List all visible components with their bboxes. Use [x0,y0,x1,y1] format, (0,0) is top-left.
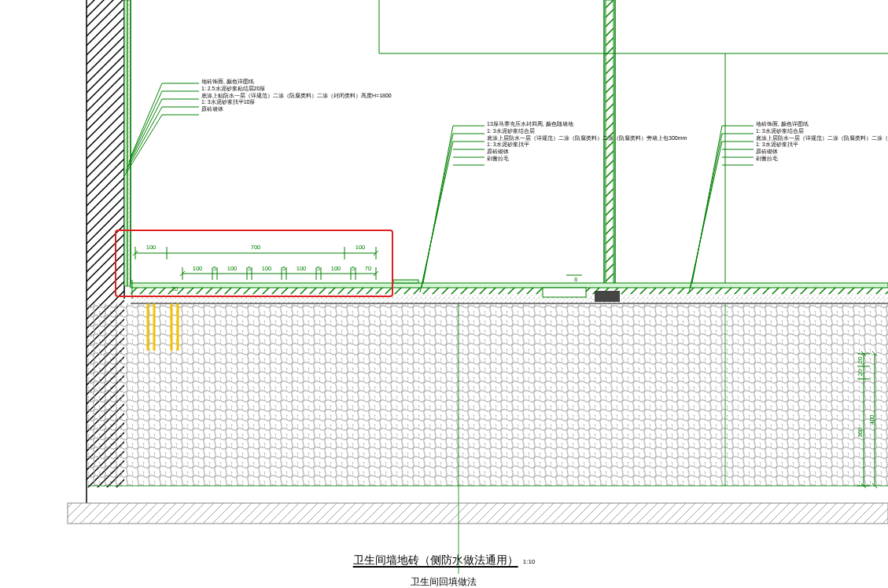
ann-shower-l5: 原砖砌体 [487,149,687,156]
dim-top-left: 100 [146,244,157,251]
dim-top-right: 100 [356,244,366,251]
svg-line-55 [689,141,722,292]
drawing-scale: 1:10 [523,558,536,565]
dim-seg-5d: 5 [317,265,320,272]
drawing-title-block: 卫生间墙地砖（侧防水做法通用）1:10 卫生间回填做法 [353,553,536,588]
ann-wall-l5: 原砖墙体 [201,106,392,113]
dim-seg-5b: 5 [248,265,251,272]
ann-wall-l4: 1: 3水泥砂浆找平10厚 [201,99,392,106]
dim-seg-100a: 100 [193,265,203,272]
dim-seg-70: 70 [365,265,371,272]
dim-r400: 400 [868,415,875,425]
dim-r360: 360 [857,428,864,438]
svg-line-36 [127,99,162,167]
annotation-wall: 地砖饰面, 颜色详图纸 1: 2.5水泥砂浆粘结层20厚 底涂上贴防水一层（详规… [201,79,392,113]
ann-shower-l4: 1: 3水泥砂浆找平 [487,141,687,149]
annotation-shower: 13厚马赛克压水封四周, 颜色随墙地 1: 3水泥砂浆结合层 底涂上层防水一层（… [487,121,687,163]
soil-band [68,503,888,524]
drawing-title: 卫生间墙地砖（侧防水做法通用） [353,553,518,566]
dim-seg-100d: 100 [297,265,307,272]
highlight-box [115,230,393,297]
ann-shower-l2: 1: 3水泥砂浆结合层 [487,128,687,135]
ann-floor-l2: 1: 3水泥砂浆结合层 [756,128,888,135]
ann-shower-l3: 底涂上层防水一层（详规范）二涂（防腐类料）二涂（防腐类料）旁墙上包300mm [487,135,687,142]
ann-shower-leaders [420,126,485,292]
svg-line-38 [126,107,162,171]
dim-r20b: 20 [857,369,864,376]
infill [88,303,888,486]
ann-wall-leaders [124,83,199,176]
ann-wall-l1: 地砖饰面, 颜色详图纸 [201,79,392,86]
dim-seg-5e: 5 [352,265,355,272]
ann-floor-l1: 地砖饰面, 颜色详图纸 [756,121,888,128]
ann-shower-l1: 13厚马赛克压水封四周, 颜色随墙地 [487,121,687,128]
svg-line-32 [131,83,162,157]
drawing-subtitle: 卫生间回填做法 [353,575,536,588]
svg-rect-22 [595,291,620,302]
ann-floor-l4: 1: 3水泥砂浆找平 [756,141,888,149]
ann-wall-l2: 1: 2.5水泥砂浆粘结层20厚 [201,86,392,93]
dim-20: 20 [171,285,178,292]
ann-shower-l6: 剁凿拉毛 [487,156,687,163]
ann-floor-leaders [689,126,754,292]
ann-floor-l6: 剁凿拉毛 [756,156,888,163]
svg-line-46 [420,141,453,292]
svg-rect-20 [393,280,418,283]
dim-seg-100e: 100 [331,265,341,272]
svg-rect-21 [543,288,586,297]
ann-floor-l5: 原砖砌体 [756,149,888,156]
annotation-floor: 地砖饰面, 颜色详图纸 1: 3水泥砂浆结合层 底涂上层防水一层（详规范）二涂（… [756,121,888,163]
dim-seg-5c: 5 [282,265,286,272]
dim-top-mid: 700 [251,244,261,251]
dim-seg-5a: 5 [213,265,216,272]
svg-line-34 [129,91,162,162]
dim-seg-100b: 100 [227,265,238,272]
dim-seg-100c: 100 [262,265,272,272]
dim-r20a: 20 [857,357,864,363]
svg-rect-23 [88,303,888,486]
ann-wall-l3: 底涂上贴防水一层（详规范）二涂（防腐类料）二涂（封闭类料）高度H=1800 [201,93,392,100]
ann-floor-l3: 底涂上层防水一层（详规范）二涂（防腐类料）二涂（封闭类料）旁墙上包300mm [756,135,888,142]
dim-gap-8: 8 [574,276,577,283]
